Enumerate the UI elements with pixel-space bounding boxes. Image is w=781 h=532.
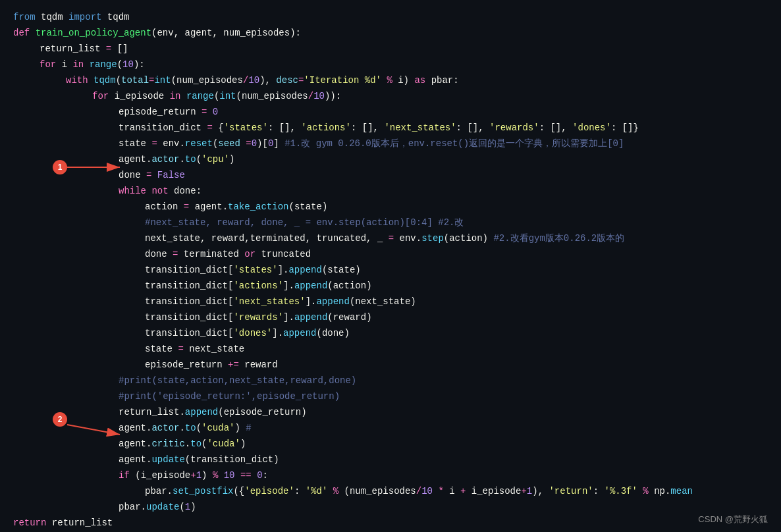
code-line-9: state = env.reset(seed =0)[0] #1.改 gym 0… [0,136,781,151]
code-line-17: transition_dict['states'].append(state) [0,262,781,278]
code-line-18: transition_dict['actions'].append(action… [0,278,781,294]
code-line-21: transition_dict['dones'].append(done) [0,325,781,341]
code-line-14: #next_state, reward, done, _ = env.step(… [0,215,781,230]
code-line-24: #print(state,action,next_state,reward,do… [0,373,781,388]
code-line-27: agent.actor.to('cuda') # [0,420,781,436]
code-line-32: pbar.update(1) [0,499,781,515]
code-line-2: def train_on_policy_agent(env, agent, nu… [0,25,781,41]
code-line-1: from tqdm import tqdm [0,9,781,25]
code-line-6: for i_episode in range(int(num_episodes/… [0,88,781,104]
code-line-5: with tqdm(total=int(num_episodes/10), de… [0,72,781,88]
code-editor: from tqdm import tqdm def train_on_polic… [0,0,781,532]
code-line-11: done = False [0,167,781,183]
code-line-22: state = next_state [0,341,781,357]
code-line-12: while not done: [0,183,781,199]
code-line-7: episode_return = 0 [0,104,781,120]
code-line-8: transition_dict = {'states': [], 'action… [0,120,781,136]
code-line-3: return_list = [] [0,41,781,57]
code-line-26: return_list.append(episode_return) [0,404,781,420]
code-line-29: agent.update(transition_dict) [0,452,781,467]
code-line-33: return return_list [0,515,781,531]
code-line-20: transition_dict['rewards'].append(reward… [0,309,781,325]
code-line-30: if (i_episode+1) % 10 == 0: [0,467,781,483]
code-line-25: #print('episode_return:',episode_return) [0,388,781,404]
annotation-1: 1 [53,160,67,174]
annotation-2: 2 [53,412,67,427]
code-line-19: transition_dict['next_states'].append(ne… [0,294,781,309]
watermark: CSDN @荒野火狐 [698,514,768,525]
code-line-10: agent.actor.to('cpu') [0,151,781,167]
code-line-31: pbar.set_postfix({'episode': '%d' % (num… [0,483,781,499]
code-line-15: next_state, reward,terminated, truncated… [0,230,781,246]
code-line-4: for i in range(10): [0,57,781,72]
code-line-16: done = terminated or truncated [0,246,781,262]
code-line-28: agent.critic.to('cuda') [0,436,781,452]
code-line-23: episode_return += reward [0,357,781,373]
code-line-13: action = agent.take_action(state) [0,199,781,215]
